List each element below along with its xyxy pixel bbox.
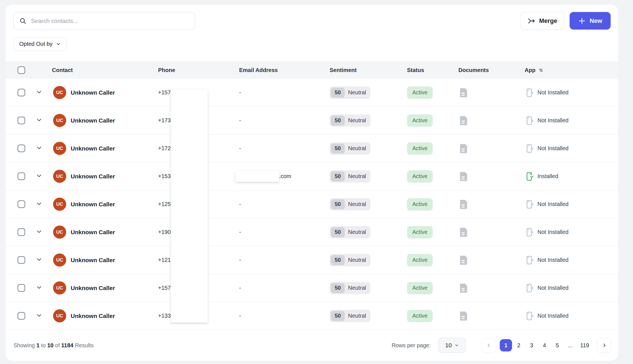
sentiment-label: Neutral: [348, 229, 366, 235]
avatar: UC: [53, 281, 66, 294]
contact-name: Unknown Caller: [71, 313, 115, 319]
row-expand-chevron-icon[interactable]: [36, 256, 42, 263]
row-checkbox[interactable]: [18, 145, 25, 152]
table-row: UC Unknown Caller +1573 - 50 Neutral Act…: [6, 274, 618, 302]
app-status-label: Not Installed: [537, 313, 568, 319]
email-dash: -: [239, 89, 241, 95]
new-button[interactable]: New: [570, 12, 611, 30]
merge-button[interactable]: Merge: [520, 12, 565, 30]
page-button[interactable]: 119: [577, 339, 592, 351]
sentiment-score: 50: [331, 143, 345, 154]
opted-out-by-filter[interactable]: Opted Out by: [13, 37, 67, 51]
table-footer: Showing 1 to 10 of 1184 Results Rows per…: [13, 330, 611, 361]
email-dash: -: [239, 145, 241, 151]
app-not-installed-icon: [526, 227, 534, 237]
row-checkbox[interactable]: [18, 228, 25, 236]
email-cell: -: [239, 89, 330, 96]
row-expand-chevron-icon[interactable]: [36, 228, 42, 235]
page-button[interactable]: 3: [525, 339, 538, 351]
document-icon[interactable]: [460, 227, 526, 238]
email-cell: -: [239, 117, 330, 124]
document-icon[interactable]: [460, 171, 526, 182]
row-checkbox[interactable]: [18, 312, 25, 320]
email-cell: .com: [239, 171, 330, 182]
sentiment-label: Neutral: [348, 257, 366, 263]
status-badge: Active: [407, 282, 433, 294]
row-checkbox[interactable]: [18, 200, 25, 208]
chevron-down-icon: [56, 42, 61, 47]
document-icon[interactable]: [460, 311, 526, 321]
contact-cell[interactable]: UC Unknown Caller: [52, 281, 158, 294]
row-checkbox[interactable]: [18, 89, 25, 96]
document-icon[interactable]: [460, 143, 526, 154]
row-expand-chevron-icon[interactable]: [36, 117, 42, 123]
select-all-checkbox[interactable]: [18, 66, 25, 74]
sentiment-label: Neutral: [348, 285, 366, 291]
status-badge: Active: [407, 142, 433, 155]
contact-cell[interactable]: UC Unknown Caller: [52, 86, 158, 99]
row-expand-chevron-icon[interactable]: [36, 200, 42, 207]
email-cell: -: [239, 145, 330, 152]
email-redaction-overlay: [235, 171, 279, 182]
page-button[interactable]: 2: [513, 339, 525, 351]
app-cell: Not Installed: [526, 283, 618, 293]
page-button[interactable]: 5: [551, 339, 563, 351]
page-ellipsis: ...: [564, 339, 576, 351]
app-status-label: Not Installed: [537, 145, 568, 152]
sort-icon[interactable]: [538, 67, 544, 73]
search-input[interactable]: [31, 18, 189, 24]
sentiment-score: 50: [331, 283, 345, 293]
page-button[interactable]: 4: [538, 339, 551, 351]
new-label: New: [590, 17, 602, 25]
document-icon[interactable]: [460, 255, 526, 265]
sentiment-score: 50: [331, 255, 345, 265]
document-icon[interactable]: [460, 115, 526, 126]
contact-cell[interactable]: UC Unknown Caller: [52, 198, 158, 211]
row-checkbox[interactable]: [18, 256, 25, 264]
row-expand-chevron-icon[interactable]: [36, 89, 42, 95]
row-checkbox[interactable]: [18, 173, 25, 180]
app-status-label: Not Installed: [537, 285, 568, 291]
contact-name: Unknown Caller: [71, 117, 115, 124]
prev-page-button[interactable]: [481, 338, 496, 353]
contact-cell[interactable]: UC Unknown Caller: [52, 114, 158, 127]
contact-cell[interactable]: UC Unknown Caller: [52, 142, 158, 155]
sentiment-score: 50: [331, 171, 345, 181]
status-badge: Active: [407, 254, 433, 266]
filter-label: Opted Out by: [19, 41, 53, 47]
email-redacted-wrap: .com: [239, 171, 330, 182]
email-dash: -: [239, 285, 241, 291]
email-cell: -: [239, 257, 330, 263]
contact-cell[interactable]: UC Unknown Caller: [52, 253, 158, 267]
pagination: 1 2 3 4 5 ... 119: [481, 338, 611, 353]
rows-per-page-select[interactable]: 10: [439, 338, 466, 353]
status-badge: Active: [407, 226, 433, 238]
document-icon[interactable]: [460, 283, 526, 293]
contact-cell[interactable]: UC Unknown Caller: [52, 309, 158, 322]
sentiment-label: Neutral: [348, 313, 366, 319]
contact-cell[interactable]: UC Unknown Caller: [52, 226, 158, 239]
page-button[interactable]: 1: [500, 339, 512, 351]
row-expand-chevron-icon[interactable]: [36, 284, 42, 291]
avatar: UC: [53, 309, 66, 322]
next-page-button[interactable]: [597, 338, 611, 353]
row-checkbox[interactable]: [18, 117, 25, 124]
row-expand-chevron-icon[interactable]: [36, 173, 42, 179]
row-expand-chevron-icon[interactable]: [36, 312, 42, 319]
table-row: UC Unknown Caller +133 - 50 Neutral Acti…: [6, 302, 618, 330]
contact-name: Unknown Caller: [71, 257, 115, 264]
sentiment-label: Neutral: [348, 117, 366, 124]
row-expand-chevron-icon[interactable]: [36, 145, 42, 151]
search-box: [13, 12, 195, 30]
document-icon[interactable]: [460, 199, 526, 210]
contact-cell[interactable]: UC Unknown Caller: [52, 170, 158, 183]
email-dash: -: [239, 313, 241, 319]
app-cell: Not Installed: [526, 116, 618, 126]
app-cell: Not Installed: [526, 199, 618, 209]
document-icon[interactable]: [460, 87, 526, 98]
app-status-label: Installed: [537, 173, 558, 179]
header-contact: Contact: [52, 67, 158, 73]
sentiment-badge: 50 Neutral: [330, 226, 370, 238]
status-badge: Active: [407, 170, 433, 183]
row-checkbox[interactable]: [18, 284, 25, 292]
